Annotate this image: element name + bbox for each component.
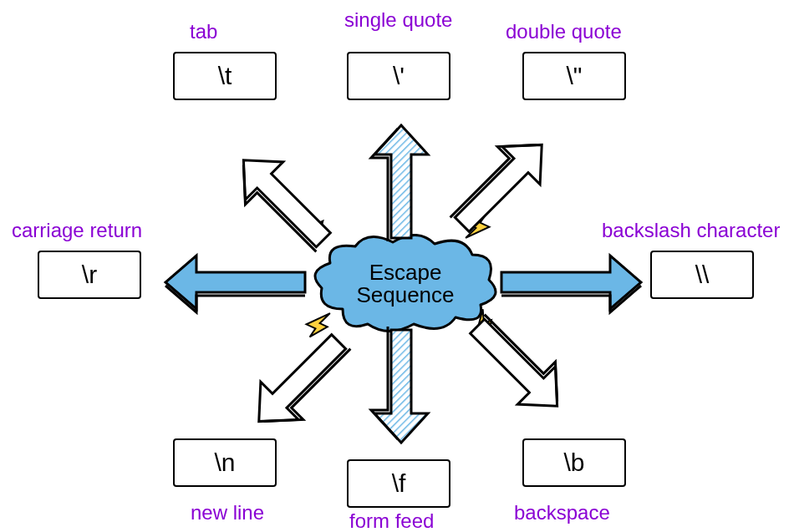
code-box-backslash: \\ (650, 251, 754, 299)
center-text-line2: Sequence (356, 284, 454, 307)
code-box-form-feed: \f (347, 459, 450, 508)
arrow-down-icon (368, 330, 435, 447)
code-box-double-quote: \" (522, 52, 626, 100)
arrow-left-icon (159, 249, 305, 316)
label-form-feed: form feed (349, 509, 434, 532)
code-box-carriage-return: \r (38, 251, 141, 299)
label-single-quote: single quote (344, 8, 452, 32)
code-text: \" (567, 62, 583, 90)
label-backslash: backslash character (602, 219, 780, 242)
arrow-upright-icon (451, 125, 577, 251)
arrow-up-icon (368, 121, 435, 238)
label-double-quote: double quote (506, 20, 622, 43)
code-box-tab: \t (173, 52, 277, 100)
code-text: \n (214, 448, 235, 477)
arrow-right-icon (501, 249, 648, 316)
label-carriage-return: carriage return (12, 219, 142, 242)
center-text-line1: Escape (369, 261, 442, 284)
code-text: \' (393, 62, 405, 90)
label-tab: tab (190, 20, 217, 43)
code-box-single-quote: \' (347, 52, 450, 100)
label-backspace: backspace (514, 501, 610, 524)
arrow-downright-icon (451, 316, 577, 441)
code-box-backspace: \b (522, 438, 626, 487)
code-text: \t (218, 62, 232, 90)
arrow-downleft-icon (224, 316, 349, 441)
code-text: \r (82, 261, 97, 289)
code-text: \f (392, 469, 406, 498)
label-new-line: new line (191, 501, 264, 524)
code-box-new-line: \n (173, 438, 277, 487)
arrow-upleft-icon (224, 125, 349, 251)
code-text: \\ (695, 261, 710, 289)
code-text: \b (563, 448, 584, 477)
